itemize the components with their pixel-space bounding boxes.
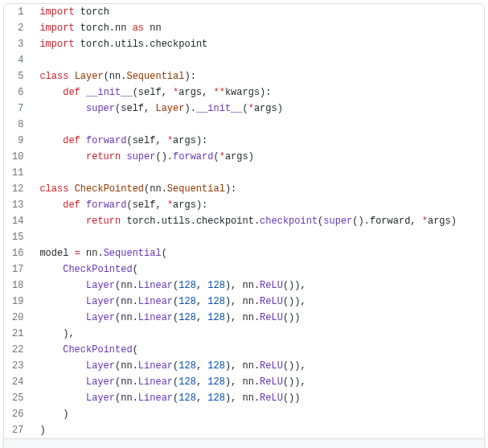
line-code[interactable]: class CheckPointed(nn.Sequential):	[31, 181, 484, 197]
line-code[interactable]: import torch	[31, 4, 484, 20]
code-area: 1import torch2import torch.nn as nn3impo…	[4, 4, 484, 438]
line-code[interactable]	[31, 165, 484, 181]
line-number[interactable]: 3	[4, 36, 31, 52]
line-number[interactable]: 1	[4, 4, 31, 20]
line-code[interactable]: import torch.nn as nn	[31, 20, 484, 36]
line-code[interactable]: Layer(nn.Linear(128, 128), nn.ReLU()),	[31, 358, 484, 374]
line-number[interactable]: 13	[4, 197, 31, 213]
code-row: 21 ),	[4, 326, 484, 342]
line-number[interactable]: 24	[4, 374, 31, 390]
line-code[interactable]	[31, 117, 484, 133]
line-code[interactable]: def forward(self, *args):	[31, 197, 484, 213]
code-row: 11	[4, 165, 484, 181]
line-number[interactable]: 25	[4, 390, 31, 406]
line-number[interactable]: 18	[4, 277, 31, 294]
line-number[interactable]: 20	[4, 310, 31, 326]
line-number[interactable]: 22	[4, 342, 31, 358]
code-row: 10 return super().forward(*args)	[4, 149, 484, 165]
line-number[interactable]: 8	[4, 117, 31, 133]
line-code[interactable]: import torch.utils.checkpoint	[31, 36, 484, 52]
line-code[interactable]: Layer(nn.Linear(128, 128), nn.ReLU()),	[31, 294, 484, 310]
code-row: 22 CheckPointed(	[4, 342, 484, 358]
code-row: 9 def forward(self, *args):	[4, 133, 484, 149]
line-number[interactable]: 6	[4, 84, 31, 101]
line-number[interactable]: 12	[4, 181, 31, 197]
line-code[interactable]	[31, 52, 484, 68]
code-row: 27)	[4, 422, 484, 438]
line-number[interactable]: 21	[4, 326, 31, 342]
code-row: 18 Layer(nn.Linear(128, 128), nn.ReLU())…	[4, 277, 484, 294]
line-code[interactable]: Layer(nn.Linear(128, 128), nn.ReLU()),	[31, 374, 484, 390]
line-code[interactable]: def __init__(self, *args, **kwargs):	[31, 84, 484, 101]
code-row: 6 def __init__(self, *args, **kwargs):	[4, 84, 484, 101]
line-code[interactable]: ),	[31, 326, 484, 342]
line-code[interactable]: Layer(nn.Linear(128, 128), nn.ReLU())	[31, 310, 484, 326]
line-number[interactable]: 14	[4, 213, 31, 229]
code-row: 17 CheckPointed(	[4, 261, 484, 277]
code-row: 12class CheckPointed(nn.Sequential):	[4, 181, 484, 197]
code-row: 13 def forward(self, *args):	[4, 197, 484, 213]
code-row: 5class Layer(nn.Sequential):	[4, 68, 484, 84]
line-code[interactable]: def forward(self, *args):	[31, 133, 484, 149]
line-number[interactable]: 4	[4, 52, 31, 68]
code-row: 16model = nn.Sequential(	[4, 245, 484, 261]
line-code[interactable]	[31, 229, 484, 245]
line-number[interactable]: 17	[4, 261, 31, 277]
code-row: 4	[4, 52, 484, 68]
code-row: 7 super(self, Layer).__init__(*args)	[4, 101, 484, 117]
line-code[interactable]: model = nn.Sequential(	[31, 245, 484, 261]
code-row: 23 Layer(nn.Linear(128, 128), nn.ReLU())…	[4, 358, 484, 374]
code-row: 19 Layer(nn.Linear(128, 128), nn.ReLU())…	[4, 294, 484, 310]
line-code[interactable]: super(self, Layer).__init__(*args)	[31, 101, 484, 117]
line-code[interactable]: CheckPointed(	[31, 261, 484, 277]
line-code[interactable]: Layer(nn.Linear(128, 128), nn.ReLU())	[31, 390, 484, 406]
line-code[interactable]: class Layer(nn.Sequential):	[31, 68, 484, 84]
gist-meta: gradient_checkpointing.py hosted with ❤ …	[4, 438, 484, 448]
line-number[interactable]: 27	[4, 422, 31, 438]
line-code[interactable]: return super().forward(*args)	[31, 149, 484, 165]
code-row: 14 return torch.utils.checkpoint.checkpo…	[4, 213, 484, 229]
code-row: 15	[4, 229, 484, 245]
line-number[interactable]: 16	[4, 245, 31, 261]
line-number[interactable]: 19	[4, 294, 31, 310]
code-row: 20 Layer(nn.Linear(128, 128), nn.ReLU())	[4, 310, 484, 326]
code-row: 25 Layer(nn.Linear(128, 128), nn.ReLU())	[4, 390, 484, 406]
line-code[interactable]: CheckPointed(	[31, 342, 484, 358]
line-number[interactable]: 26	[4, 406, 31, 422]
code-row: 1import torch	[4, 4, 484, 20]
line-number[interactable]: 23	[4, 358, 31, 374]
line-code[interactable]: Layer(nn.Linear(128, 128), nn.ReLU()),	[31, 277, 484, 294]
line-number[interactable]: 10	[4, 149, 31, 165]
gist-container: 1import torch2import torch.nn as nn3impo…	[3, 3, 485, 448]
line-number[interactable]: 5	[4, 68, 31, 84]
code-tbody: 1import torch2import torch.nn as nn3impo…	[4, 4, 484, 438]
code-row: 26 )	[4, 406, 484, 422]
code-row: 24 Layer(nn.Linear(128, 128), nn.ReLU())…	[4, 374, 484, 390]
line-number[interactable]: 2	[4, 20, 31, 36]
line-code[interactable]: )	[31, 422, 484, 438]
line-number[interactable]: 9	[4, 133, 31, 149]
code-row: 3import torch.utils.checkpoint	[4, 36, 484, 52]
line-code[interactable]: return torch.utils.checkpoint.checkpoint…	[31, 213, 484, 229]
line-number[interactable]: 15	[4, 229, 31, 245]
line-number[interactable]: 11	[4, 165, 31, 181]
code-row: 2import torch.nn as nn	[4, 20, 484, 36]
code-table: 1import torch2import torch.nn as nn3impo…	[4, 4, 484, 438]
line-number[interactable]: 7	[4, 101, 31, 117]
code-row: 8	[4, 117, 484, 133]
line-code[interactable]: )	[31, 406, 484, 422]
